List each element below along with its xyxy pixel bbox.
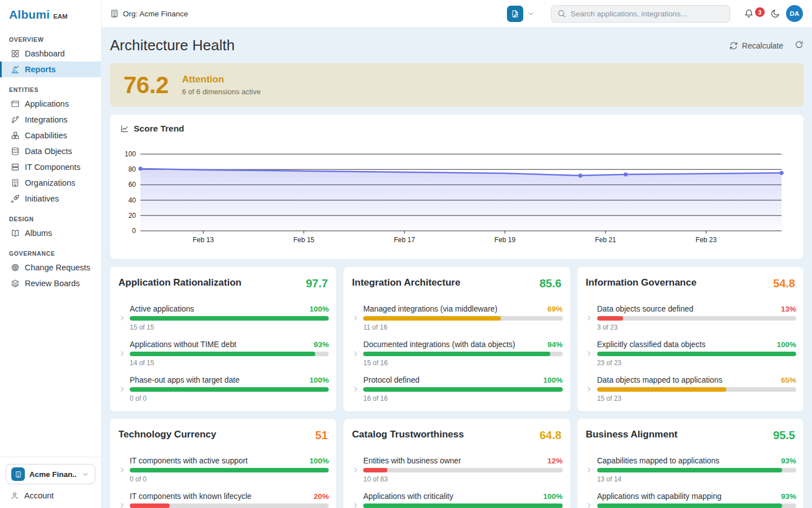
expand-metric-icon[interactable] — [585, 466, 594, 475]
dark-mode-toggle[interactable] — [770, 8, 780, 19]
metric-label: IT components with known lifecycle — [130, 492, 251, 501]
status-badge: Attention — [182, 74, 261, 85]
sidebar-item-applications[interactable]: Applications — [0, 96, 101, 112]
sidebar-item-label: Organizations — [25, 178, 75, 187]
topbar: Org: Acme Finance 3 DA — [102, 0, 812, 27]
expand-metric-icon[interactable] — [351, 349, 360, 358]
dimension-title: Integration Architecture — [352, 277, 460, 288]
expand-metric-icon[interactable] — [351, 466, 360, 475]
metric-percent: 100% — [543, 492, 563, 501]
dimension-card: Technology Currency51 IT components with… — [110, 419, 336, 508]
score-trend-card: Score Trend 020406080100Feb 13Feb 15Feb … — [110, 115, 804, 259]
avatar[interactable]: DA — [786, 5, 803, 22]
sidebar-item-review-boards[interactable]: Review Boards — [0, 275, 101, 291]
sidebar-item-data-objects[interactable]: Data Objects — [0, 143, 101, 159]
sidebar-item-change-requests[interactable]: Change Requests — [0, 260, 101, 275]
score-trend-chart: 020406080100Feb 13Feb 15Feb 17Feb 19Feb … — [120, 142, 793, 252]
metric-progress-bar — [363, 352, 562, 356]
metric-label: Applications without TIME debt — [130, 340, 236, 349]
svg-text:Feb 19: Feb 19 — [495, 236, 516, 244]
sidebar-item-reports[interactable]: Reports — [0, 62, 101, 77]
recalculate-label: Recalculate — [742, 41, 783, 50]
metric-label: IT components with active support — [130, 457, 248, 465]
expand-metric-icon[interactable] — [117, 501, 126, 508]
account-item[interactable]: Account — [6, 484, 95, 502]
dashboard-icon — [11, 49, 20, 58]
main-area: Org: Acme Finance 3 DA — [102, 0, 812, 508]
sidebar-item-integrations[interactable]: Integrations — [0, 112, 101, 128]
book-icon — [11, 229, 20, 238]
metric-detail: 10 of 83 — [363, 475, 562, 483]
page-actions: Recalculate — [729, 40, 804, 51]
metric-detail: 23 of 23 — [597, 359, 796, 367]
metric-row: Applications without TIME debt 93% 14 of… — [117, 340, 329, 367]
dimension-title: Business Alignment — [586, 429, 678, 440]
page-header: Architecture Health Recalculate — [110, 37, 804, 54]
sidebar-item-label: Review Boards — [25, 279, 80, 288]
expand-metric-icon[interactable] — [351, 314, 360, 323]
expand-metric-icon[interactable] — [117, 466, 126, 475]
dimension-card: Information Governance54.8 Data objects … — [577, 267, 804, 411]
create-button[interactable] — [507, 6, 535, 22]
org-context: Org: Acme Finance — [110, 9, 188, 18]
sidebar-item-label: Initiatives — [25, 194, 59, 203]
metric-detail: 13 of 14 — [597, 475, 796, 483]
svg-text:100: 100 — [125, 150, 136, 158]
metric-progress-bar — [130, 468, 329, 472]
metric-row: Entities with business owner 12% 10 of 8… — [351, 457, 562, 483]
metric-progress-bar — [363, 387, 562, 392]
metric-percent: 93% — [781, 492, 796, 501]
dimension-card: Business Alignment95.5 Capabilities mapp… — [577, 419, 804, 508]
metric-percent: 100% — [310, 305, 329, 313]
sidebar-item-it-components[interactable]: IT Components — [0, 159, 101, 175]
metric-row: Data objects source defined 13% 3 of 23 — [585, 305, 796, 331]
sidebar-item-capabilities[interactable]: Capabilities — [0, 128, 101, 143]
metric-label: Explicitly classified data objects — [597, 340, 705, 349]
sidebar-item-albums[interactable]: Albums — [0, 225, 101, 241]
dimension-score: 95.5 — [773, 429, 795, 442]
sidebar-item-organizations[interactable]: Organizations — [0, 175, 101, 191]
metric-label: Data objects mapped to applications — [597, 376, 722, 384]
sidebar-item-dashboard[interactable]: Dashboard — [0, 46, 101, 62]
metric-percent: 93% — [781, 457, 796, 465]
score-status: Attention 6 of 6 dimensions active — [182, 74, 261, 96]
sidebar: Albumi EAM OVERVIEW Dashboard Reports EN… — [0, 0, 102, 508]
sidebar-item-initiatives[interactable]: Initiatives — [0, 191, 101, 207]
metric-row: IT components with known lifecycle 20% 2… — [117, 492, 329, 508]
metric-percent: 93% — [314, 340, 329, 349]
metric-progress-bar — [130, 503, 329, 508]
dimension-card: Application Rationalization97.7 Active a… — [110, 267, 336, 411]
metric-percent: 100% — [776, 340, 796, 349]
metric-row: IT components with active support 100% 0… — [117, 457, 329, 483]
sidebar-item-label: Albums — [25, 229, 52, 238]
expand-metric-icon[interactable] — [351, 501, 360, 508]
metric-row: Applications with capability mapping 93%… — [585, 492, 796, 508]
recalculate-button[interactable]: Recalculate — [729, 41, 783, 50]
metric-row: Explicitly classified data objects 100% … — [585, 340, 796, 367]
metric-progress-bar — [130, 352, 329, 356]
expand-metric-icon[interactable] — [117, 314, 126, 323]
refresh-button[interactable] — [795, 40, 804, 51]
expand-metric-icon[interactable] — [585, 385, 594, 394]
expand-metric-icon[interactable] — [117, 385, 126, 394]
svg-text:60: 60 — [129, 181, 136, 189]
expand-metric-icon[interactable] — [585, 314, 594, 323]
overall-score: 76.2 — [123, 72, 169, 99]
metric-detail: 15 of 23 — [597, 395, 796, 402]
expand-metric-icon[interactable] — [585, 501, 594, 508]
dimension-score: 97.7 — [306, 277, 328, 290]
expand-metric-icon[interactable] — [351, 385, 360, 394]
dimension-title: Application Rationalization — [118, 277, 241, 288]
expand-metric-icon[interactable] — [117, 349, 126, 358]
metric-progress-bar — [130, 316, 329, 321]
expand-metric-icon[interactable] — [585, 349, 594, 358]
org-switcher-button[interactable]: Acme Finan... — [6, 464, 95, 484]
svg-text:40: 40 — [129, 196, 136, 204]
logo-text: Albumi — [9, 8, 50, 21]
notifications-button[interactable]: 3 — [744, 8, 765, 19]
search-input[interactable] — [571, 10, 724, 18]
metric-label: Applications with criticality — [363, 492, 453, 501]
score-trend-title: Score Trend — [134, 124, 184, 134]
metric-progress-bar — [363, 468, 562, 472]
sidebar-bottom: Acme Finan... Account — [0, 457, 101, 508]
